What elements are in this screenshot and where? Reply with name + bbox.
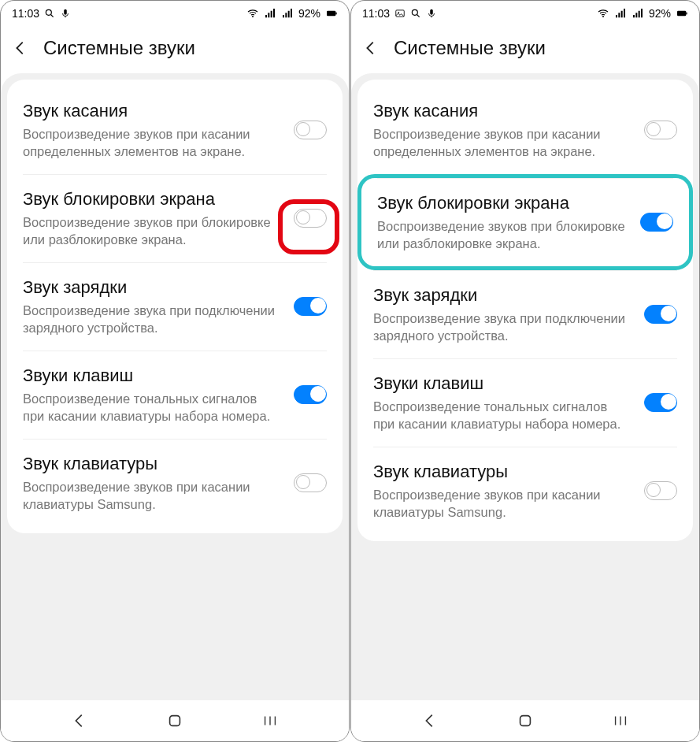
item-title: Звук блокировки экрана [377, 192, 628, 214]
item-title: Звук касания [373, 100, 631, 122]
item-title: Звук клавиатуры [23, 453, 281, 475]
navbar [1, 700, 349, 741]
signal-icon [264, 7, 276, 20]
signal-icon [281, 7, 294, 20]
svg-point-13 [412, 9, 417, 15]
toggle-charging-sound[interactable] [294, 297, 327, 316]
item-dialpad-sound[interactable]: Звуки клавиш Воспроизведение тональных с… [7, 351, 343, 439]
nav-home-icon[interactable] [166, 712, 183, 729]
signal-icon [614, 7, 627, 20]
svg-rect-19 [686, 13, 687, 15]
status-bar: 11:03 92% [351, 1, 699, 26]
svg-rect-7 [170, 716, 180, 726]
item-charging-sound[interactable]: Звук зарядки Воспроизведение звука при п… [357, 270, 693, 358]
page-title: Системные звуки [43, 37, 195, 59]
svg-rect-2 [64, 9, 67, 15]
item-screen-lock-sound[interactable]: Звук блокировки экрана Воспроизведение з… [7, 174, 343, 262]
item-keyboard-sound[interactable]: Звук клавиатуры Воспроизведение звуков п… [7, 439, 343, 527]
content: Звук касания Воспроизведение звуков при … [351, 73, 699, 700]
item-keyboard-sound[interactable]: Звук клавиатуры Воспроизведение звуков п… [357, 447, 693, 535]
item-charging-sound[interactable]: Звук зарядки Воспроизведение звука при п… [7, 262, 343, 351]
toggle-dialpad-sound[interactable] [644, 393, 677, 412]
item-title: Звук блокировки экрана [23, 188, 281, 210]
wifi-icon [246, 7, 259, 20]
item-desc: Воспроизведение звука при подключении за… [23, 302, 281, 337]
item-dialpad-sound[interactable]: Звуки клавиш Воспроизведение тональных с… [357, 358, 693, 447]
toggle-touch-sound[interactable] [294, 121, 327, 139]
svg-point-4 [252, 16, 254, 17]
svg-line-1 [51, 15, 54, 17]
toggle-keyboard-sound[interactable] [294, 473, 327, 492]
toggle-keyboard-sound[interactable] [644, 481, 677, 500]
nav-recents-icon[interactable] [261, 712, 279, 729]
toggle-dialpad-sound[interactable] [294, 385, 327, 404]
item-desc: Воспроизведение тональных сигналов при к… [23, 390, 281, 425]
mic-icon [60, 8, 71, 19]
svg-rect-6 [335, 13, 336, 15]
svg-rect-20 [520, 716, 531, 726]
battery-icon [676, 7, 688, 20]
item-title: Звук касания [23, 100, 281, 122]
header: Системные звуки [1, 26, 349, 73]
page-title: Системные звуки [394, 37, 546, 59]
item-title: Звуки клавиш [373, 373, 631, 395]
toggle-touch-sound[interactable] [644, 121, 677, 139]
item-touch-sound[interactable]: Звук касания Воспроизведение звуков при … [7, 86, 343, 174]
back-icon[interactable] [12, 39, 29, 57]
item-desc: Воспроизведение звуков при касании клави… [23, 478, 281, 514]
toggle-screen-lock-sound[interactable] [640, 213, 673, 232]
content: Звук касания Воспроизведение звуков при … [1, 73, 349, 700]
status-bar: 11:03 92% [1, 1, 349, 26]
toggle-screen-lock-sound[interactable] [294, 209, 327, 228]
svg-line-14 [417, 15, 420, 17]
settings-panel: Звук касания Воспроизведение звуков при … [357, 80, 693, 541]
item-title: Звук зарядки [23, 276, 281, 299]
settings-panel: Звук касания Воспроизведение звуков при … [7, 80, 343, 533]
phone-right: 11:03 92% Системные звуки Звук касания В… [350, 0, 700, 742]
status-time: 11:03 [12, 7, 39, 20]
back-icon[interactable] [362, 39, 380, 57]
item-desc: Воспроизведение звуков при касании клави… [373, 486, 631, 521]
signal-icon [631, 7, 644, 20]
item-desc: Воспроизведение звуков при блокировке ил… [23, 213, 281, 249]
navbar [351, 700, 699, 741]
svg-rect-18 [677, 11, 686, 17]
svg-rect-15 [430, 9, 433, 15]
svg-rect-5 [327, 11, 335, 17]
svg-point-17 [602, 16, 604, 17]
toggle-charging-sound[interactable] [644, 305, 677, 324]
search-icon [410, 8, 421, 19]
item-desc: Воспроизведение звука при подключении за… [373, 310, 631, 345]
item-desc: Воспроизведение звуков при блокировке ил… [377, 217, 628, 253]
item-title: Звуки клавиш [23, 365, 281, 387]
item-title: Звук зарядки [373, 284, 631, 306]
mic-icon [426, 8, 437, 19]
nav-back-icon[interactable] [421, 712, 439, 729]
header: Системные звуки [351, 26, 699, 73]
status-time: 11:03 [362, 7, 390, 20]
battery-icon [325, 7, 338, 20]
battery-percent: 92% [298, 7, 320, 20]
battery-percent: 92% [649, 7, 671, 20]
item-desc: Воспроизведение звуков при касании опред… [23, 125, 281, 161]
wifi-icon [597, 7, 609, 20]
image-icon [394, 8, 406, 19]
nav-recents-icon[interactable] [612, 712, 629, 729]
nav-home-icon[interactable] [517, 712, 534, 729]
item-screen-lock-sound[interactable]: Звук блокировки экрана Воспроизведение з… [357, 174, 693, 270]
item-desc: Воспроизведение звуков при касании опред… [373, 125, 631, 161]
nav-back-icon[interactable] [71, 712, 88, 729]
svg-point-0 [46, 9, 51, 15]
item-title: Звук клавиатуры [373, 461, 631, 483]
phone-left: 11:03 92% Системные звуки Звук касания В… [0, 0, 350, 742]
search-icon [44, 8, 55, 19]
item-touch-sound[interactable]: Звук касания Воспроизведение звуков при … [357, 86, 693, 174]
item-desc: Воспроизведение тональных сигналов при к… [373, 398, 631, 433]
